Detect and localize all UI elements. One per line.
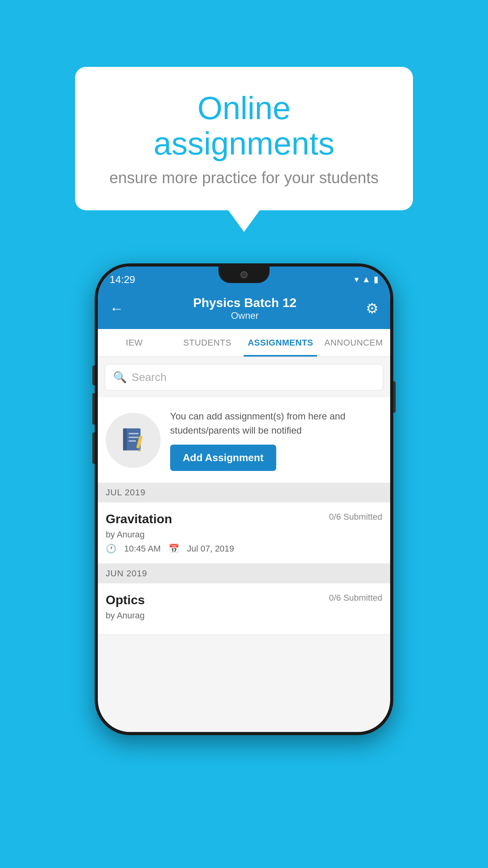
settings-icon[interactable]: ⚙ — [366, 300, 378, 317]
submitted-badge-optics: 0/6 Submitted — [329, 593, 382, 603]
assignment-item-top: Gravitation 0/6 Submitted — [106, 512, 382, 526]
assignment-author: by Anurag — [106, 530, 382, 540]
wifi-icon: ▾ — [354, 274, 359, 285]
signal-icon: ▲ — [362, 274, 371, 285]
tab-assignments[interactable]: ASSIGNMENTS — [244, 329, 317, 357]
assignment-name: Gravitation — [106, 512, 172, 526]
add-assignment-text-block: You can add assignment(s) from here and … — [170, 409, 382, 471]
volume-down-button — [92, 393, 95, 425]
tab-announcements[interactable]: ANNOUNCEM — [317, 329, 390, 357]
tab-iew[interactable]: IEW — [98, 329, 171, 357]
phone-mockup: 14:29 ▾ ▲ ▮ ← Physics Batch 12 Owner ⚙ I… — [95, 263, 393, 735]
assignment-item-gravitation[interactable]: Gravitation 0/6 Submitted by Anurag 🕐 10… — [98, 502, 390, 564]
svg-rect-3 — [128, 437, 139, 438]
promo-subtitle: ensure more practice for your students — [103, 169, 385, 187]
svg-rect-4 — [128, 440, 136, 442]
notebook-icon — [119, 427, 147, 454]
status-icons: ▾ ▲ ▮ — [354, 274, 378, 285]
submitted-badge: 0/6 Submitted — [329, 512, 382, 522]
phone-screen: 14:29 ▾ ▲ ▮ ← Physics Batch 12 Owner ⚙ I… — [98, 267, 390, 732]
search-placeholder: Search — [132, 371, 167, 384]
header-title-block: Physics Batch 12 Owner — [124, 296, 366, 321]
add-assignment-button[interactable]: Add Assignment — [170, 445, 276, 471]
silent-button — [92, 432, 95, 464]
back-button[interactable]: ← — [110, 300, 124, 317]
section-header-jul: JUL 2019 — [98, 483, 390, 502]
time-icon: 🕐 — [106, 544, 116, 554]
tabs-bar: IEW STUDENTS ASSIGNMENTS ANNOUNCEM — [98, 329, 390, 357]
bubble-arrow — [228, 210, 260, 232]
add-assignment-description: You can add assignment(s) from here and … — [170, 409, 382, 438]
promo-title: Online assignments — [103, 90, 385, 161]
assignment-meta-row: 🕐 10:45 AM 📅 Jul 07, 2019 — [106, 544, 382, 554]
camera-dot — [240, 271, 248, 278]
power-button — [393, 381, 396, 413]
speech-bubble: Online assignments ensure more practice … — [75, 67, 413, 210]
section-header-jun: JUN 2019 — [98, 564, 390, 583]
svg-rect-1 — [123, 428, 127, 451]
volume-up-button — [92, 366, 95, 385]
batch-role: Owner — [124, 310, 366, 321]
assignment-date: Jul 07, 2019 — [187, 544, 234, 554]
tab-students[interactable]: STUDENTS — [171, 329, 244, 357]
phone-frame: 14:29 ▾ ▲ ▮ ← Physics Batch 12 Owner ⚙ I… — [95, 263, 393, 735]
assignment-time: 10:45 AM — [124, 544, 161, 554]
assignment-author-optics: by Anurag — [106, 611, 382, 621]
batch-title: Physics Batch 12 — [124, 296, 366, 310]
add-assignment-card: You can add assignment(s) from here and … — [98, 397, 390, 483]
battery-icon: ▮ — [374, 274, 378, 285]
assignment-name-optics: Optics — [106, 593, 145, 607]
assignment-item-top-optics: Optics 0/6 Submitted — [106, 593, 382, 607]
assignment-icon-circle — [106, 413, 161, 468]
phone-notch — [218, 267, 270, 283]
calendar-icon: 📅 — [169, 544, 179, 554]
search-bar[interactable]: 🔍 Search — [105, 364, 383, 390]
search-icon: 🔍 — [113, 371, 127, 384]
status-time: 14:29 — [110, 274, 135, 286]
svg-rect-2 — [128, 433, 139, 434]
promo-card: Online assignments ensure more practice … — [75, 67, 413, 232]
app-header: ← Physics Batch 12 Owner ⚙ — [98, 289, 390, 329]
assignment-item-optics[interactable]: Optics 0/6 Submitted by Anurag — [98, 583, 390, 634]
